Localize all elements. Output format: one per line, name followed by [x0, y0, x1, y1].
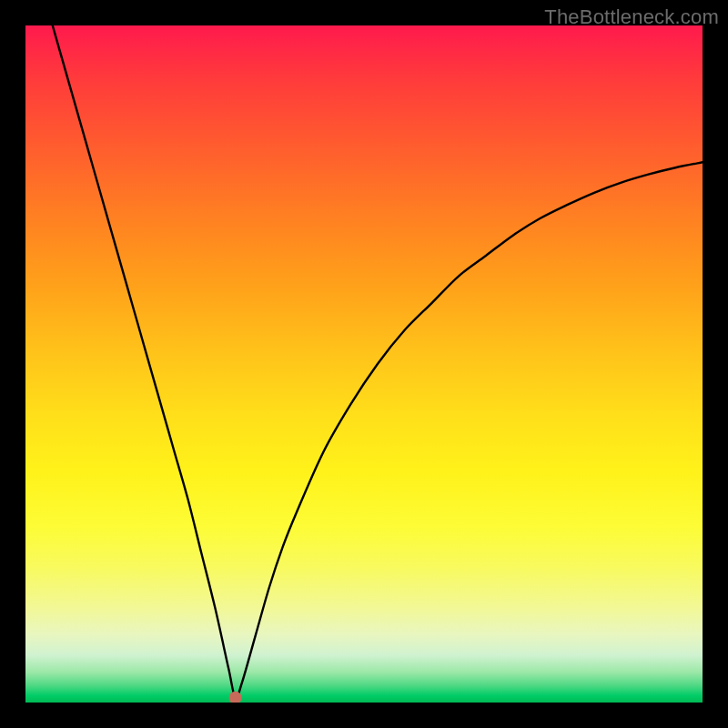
chart-plot-area [25, 25, 703, 703]
chart-svg [25, 25, 703, 703]
bottleneck-curve [53, 25, 703, 698]
watermark-label: TheBottleneck.com [544, 5, 719, 29]
